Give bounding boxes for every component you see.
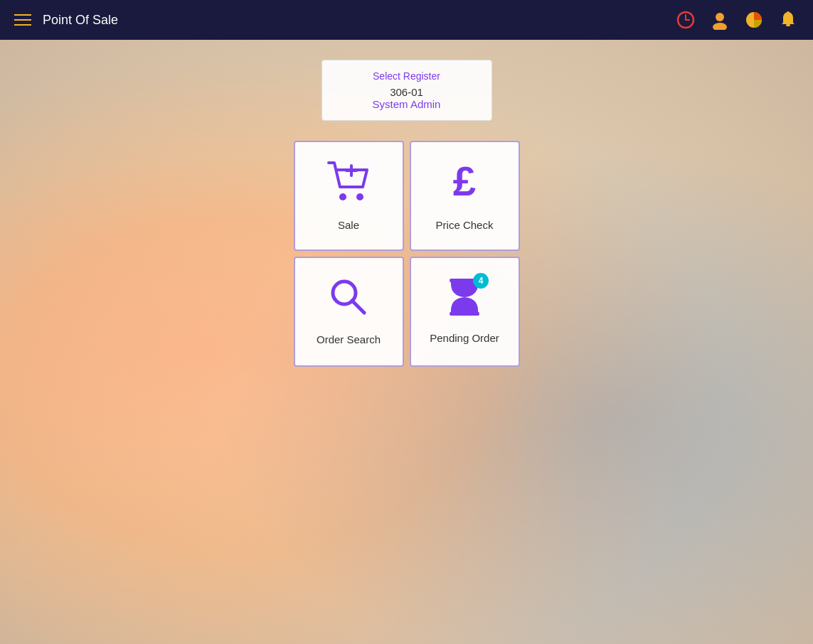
svg-point-4 xyxy=(713,23,727,30)
order-search-label: Order Search xyxy=(317,333,381,347)
chart-icon[interactable] xyxy=(743,9,765,31)
system-label: System xyxy=(373,98,408,110)
bell-icon[interactable] xyxy=(777,9,799,31)
pound-icon: £ xyxy=(443,160,486,211)
svg-rect-16 xyxy=(450,312,479,316)
svg-point-7 xyxy=(787,11,790,14)
action-grid: Sale £ Price Check Order Search xyxy=(294,141,520,367)
svg-point-9 xyxy=(356,193,363,200)
svg-point-8 xyxy=(339,193,346,200)
admin-label: Admin xyxy=(410,98,441,110)
select-register-label: Select Register xyxy=(351,70,463,82)
svg-rect-6 xyxy=(786,24,790,26)
sale-button[interactable]: Sale xyxy=(294,141,404,251)
register-user: System Admin xyxy=(351,98,463,110)
hamburger-button[interactable] xyxy=(14,14,31,26)
register-card[interactable]: Select Register 306-01 System Admin xyxy=(322,60,492,121)
user-icon[interactable] xyxy=(709,9,730,31)
register-id: 306-01 xyxy=(351,86,463,98)
price-check-button[interactable]: £ Price Check xyxy=(410,141,520,251)
app-title: Point Of Sale xyxy=(43,13,118,28)
navbar-left: Point Of Sale xyxy=(14,13,118,28)
main-content: Select Register 306-01 System Admin Sale xyxy=(0,40,813,367)
svg-line-14 xyxy=(352,301,364,313)
pending-order-badge: 4 xyxy=(473,273,489,289)
cart-plus-icon xyxy=(327,160,370,211)
price-check-label: Price Check xyxy=(436,218,494,232)
svg-text:£: £ xyxy=(453,160,476,203)
hourglass-icon: 4 xyxy=(446,279,483,324)
order-search-button[interactable]: Order Search xyxy=(294,257,404,367)
sale-label: Sale xyxy=(338,218,359,232)
pending-order-button[interactable]: 4 Pending Order xyxy=(410,257,520,367)
pending-order-label: Pending Order xyxy=(430,331,499,345)
svg-point-3 xyxy=(716,13,724,21)
navbar-right xyxy=(675,9,799,31)
navbar: Point Of Sale xyxy=(0,0,813,40)
clock-icon[interactable] xyxy=(675,9,696,31)
search-icon xyxy=(329,277,368,326)
